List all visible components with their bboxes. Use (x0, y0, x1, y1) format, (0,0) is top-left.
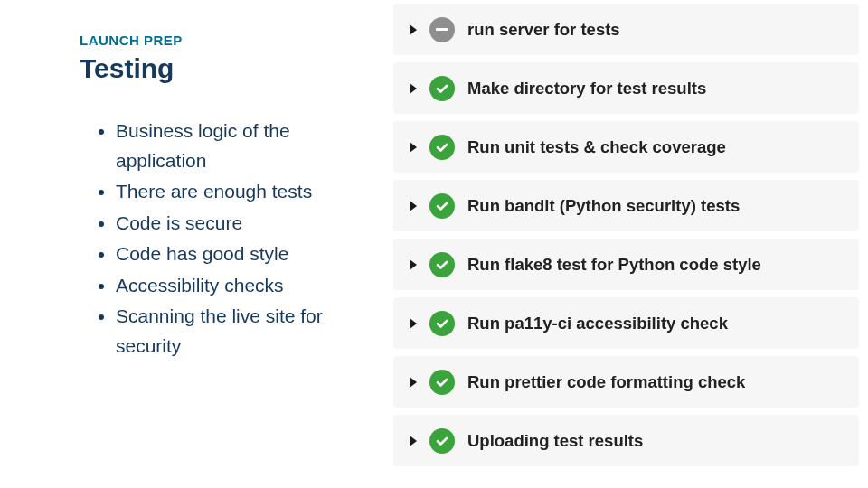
slide-bullet-list: Business logic of the application There … (80, 117, 368, 361)
ci-step-label: Uploading test results (467, 431, 643, 451)
check-circle-icon (429, 76, 455, 101)
ci-step-row[interactable]: Run bandit (Python security) tests (393, 180, 859, 231)
minus-circle-icon (429, 17, 455, 42)
ci-step-row[interactable]: Run pa11y-ci accessibility check (393, 297, 859, 349)
expand-caret-icon[interactable] (410, 201, 417, 211)
check-circle-icon (429, 135, 455, 160)
ci-step-row[interactable]: run server for tests (393, 4, 859, 55)
list-item: Business logic of the application (116, 117, 368, 175)
expand-caret-icon[interactable] (410, 259, 417, 270)
list-item: Code has good style (116, 239, 368, 269)
ci-step-row[interactable]: Run unit tests & check coverage (393, 121, 859, 173)
check-circle-icon (429, 311, 455, 336)
list-item: Accessibility checks (116, 271, 368, 301)
check-circle-icon (429, 370, 455, 395)
expand-caret-icon[interactable] (410, 24, 417, 35)
ci-step-label: Run pa11y-ci accessibility check (467, 314, 728, 333)
check-circle-icon (429, 428, 455, 454)
list-item: Code is secure (116, 209, 368, 239)
ci-steps-panel: run server for testsMake directory for t… (393, 0, 868, 488)
ci-step-label: run server for tests (467, 20, 620, 40)
expand-caret-icon[interactable] (410, 436, 417, 446)
expand-caret-icon[interactable] (410, 318, 417, 329)
ci-step-label: Make directory for test results (467, 79, 706, 99)
ci-step-row[interactable]: Make directory for test results (393, 62, 859, 114)
expand-caret-icon[interactable] (410, 377, 417, 388)
list-item: Scanning the live site for security (116, 302, 368, 361)
check-circle-icon (429, 252, 455, 277)
ci-step-label: Run bandit (Python security) tests (467, 196, 740, 216)
ci-step-row[interactable]: Run flake8 test for Python code style (393, 239, 859, 290)
ci-step-row[interactable]: Run prettier code formatting check (393, 356, 859, 408)
slide-eyebrow: LAUNCH PREP (80, 33, 368, 48)
ci-step-label: Run unit tests & check coverage (467, 137, 726, 157)
expand-caret-icon[interactable] (410, 83, 417, 94)
expand-caret-icon[interactable] (410, 142, 417, 153)
slide-text-panel: LAUNCH PREP Testing Business logic of th… (0, 0, 393, 488)
check-circle-icon (429, 193, 455, 219)
slide-heading: Testing (80, 53, 368, 84)
ci-step-label: Run prettier code formatting check (467, 372, 745, 392)
ci-step-label: Run flake8 test for Python code style (467, 255, 761, 275)
ci-step-row[interactable]: Uploading test results (393, 415, 859, 466)
list-item: There are enough tests (116, 177, 368, 207)
